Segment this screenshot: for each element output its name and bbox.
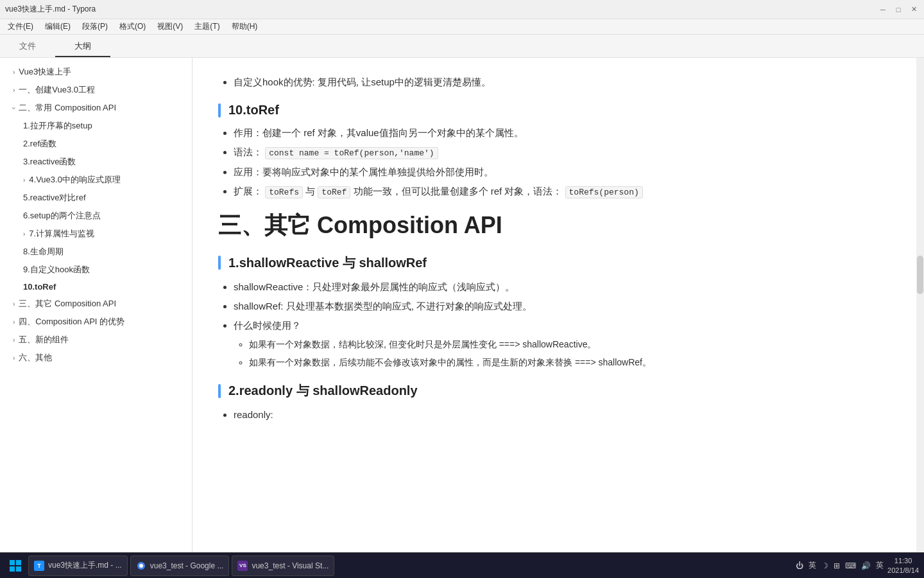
start-button[interactable] — [5, 556, 26, 576]
list-item: shallowRef: 只处理基本数据类型的响应式, 不进行对象的响应式处理。 — [234, 299, 886, 314]
sidebar-item-setup[interactable]: 1.拉开序幕的setup — [0, 117, 192, 135]
list-item: 应用：要将响应式对象中的某个属性单独提供给外部使用时。 — [234, 164, 886, 180]
section32-heading: 2.readonly 与 shallowReadonly — [218, 382, 886, 399]
sidebar-item-lifecycle[interactable]: 8.生命周期 — [0, 243, 192, 261]
taskbar-app-label: vue3_test - Google ... — [150, 561, 224, 570]
menu-help[interactable]: 帮助(H) — [227, 20, 263, 33]
arrow-icon: › — [13, 301, 15, 308]
arrow-icon: › — [13, 69, 15, 76]
sidebar-item-label: 6.setup的两个注意点 — [23, 210, 101, 222]
scrollbar-thumb[interactable] — [917, 256, 923, 294]
svg-point-5 — [139, 564, 143, 568]
minimize-button[interactable]: ─ — [878, 4, 888, 15]
item-label: shallowRef: 只处理基本数据类型的响应式, 不进行对象的响应式处理。 — [234, 301, 532, 311]
item-label: readonly: — [234, 409, 273, 420]
close-button[interactable]: ✕ — [909, 4, 919, 15]
list-item: 自定义hook的优势: 复用代码, 让setup中的逻辑更清楚易懂。 — [234, 74, 886, 90]
system-clock[interactable]: 11:30 2021/8/14 — [887, 556, 919, 575]
sidebar-item-computed[interactable]: › 7.计算属性与监视 — [0, 225, 192, 243]
arrow-icon: › — [23, 177, 25, 184]
sidebar-item-vue3[interactable]: › Vue3快速上手 — [0, 63, 192, 81]
typora-icon: T — [34, 561, 44, 571]
sidebar-item-advantage[interactable]: › 四、Composition API 的优势 — [0, 313, 192, 331]
list-item: 如果有一个对象数据，结构比较深, 但变化时只是外层属性变化 ===> shall… — [249, 337, 886, 351]
arrow-icon: › — [13, 337, 15, 344]
sidebar-item-reactivity[interactable]: › 4.Vue3.0中的响应式原理 — [0, 171, 192, 189]
arrow-icon: › — [13, 319, 15, 326]
sidebar-item-refvsreactive[interactable]: 5.reactive对比ref — [0, 189, 192, 207]
sidebar-item-setup2[interactable]: 6.setup的两个注意点 — [0, 207, 192, 225]
item-label: 扩展： — [234, 186, 262, 197]
scrollbar-track[interactable] — [916, 58, 924, 552]
menu-edit[interactable]: 编辑(E) — [40, 20, 76, 33]
arrow-icon: › — [10, 107, 17, 109]
lang-icon[interactable]: 英 — [809, 560, 816, 571]
sidebar-item-create[interactable]: › 一、创建Vue3.0工程 — [0, 81, 192, 99]
clock-date: 2021/8/14 — [887, 566, 919, 575]
list-item: 什么时候使用？ 如果有一个对象数据，结构比较深, 但变化时只是外层属性变化 ==… — [234, 318, 886, 370]
taskbar-app-label: vue3_test - Visual St... — [252, 561, 329, 570]
item-label: 应用：要将响应式对象中的某个属性单独提供给外部使用时。 — [234, 166, 493, 177]
sidebar-item-label: 9.自定义hook函数 — [23, 264, 90, 276]
section31-title: 1.shallowReactive 与 shallowRef — [228, 254, 427, 272]
section10-list: 作用：创建一个 ref 对象，其value值指向另一个对象中的某个属性。 语法：… — [218, 125, 886, 200]
lang-zh-icon[interactable]: 英 — [876, 560, 884, 571]
svg-rect-1 — [16, 560, 21, 565]
sidebar-item-reactive[interactable]: 3.reactive函数 — [0, 153, 192, 171]
sidebar-item-label: 3.reactive函数 — [23, 156, 76, 168]
menu-theme[interactable]: 主题(T) — [189, 20, 225, 33]
windows-icon — [9, 559, 22, 572]
intro-list: 自定义hook的优势: 复用代码, 让setup中的逻辑更清楚易懂。 — [218, 74, 886, 90]
taskbar-right: ⏻ 英 ☽ ⊞ ⌨ 🔊 英 11:30 2021/8/14 — [796, 556, 919, 575]
sidebar-item-toref[interactable]: 10.toRef — [0, 279, 192, 295]
taskbar-left: T vue3快速上手.md - ... vue3_test - Google .… — [5, 556, 334, 576]
section3-title: 三、其它 Composition API — [218, 212, 502, 238]
sidebar-item-other[interactable]: › 三、其它 Composition API — [0, 295, 192, 313]
item-mid: 与 — [305, 186, 318, 197]
system-tray: ⏻ 英 ☽ ⊞ ⌨ 🔊 英 — [796, 560, 884, 571]
content-area[interactable]: 自定义hook的优势: 复用代码, 让setup中的逻辑更清楚易懂。 10.to… — [193, 58, 924, 552]
tab-file[interactable]: 文件 — [0, 37, 55, 57]
tab-outline[interactable]: 大纲 — [55, 37, 110, 57]
taskbar-app-typora[interactable]: T vue3快速上手.md - ... — [28, 556, 128, 576]
titlebar-title: vue3快速上手.md - Typora — [5, 4, 96, 15]
sidebar-item-label: 7.计算属性与监视 — [29, 228, 94, 240]
sub-list: 如果有一个对象数据，结构比较深, 但变化时只是外层属性变化 ===> shall… — [234, 337, 886, 370]
sidebar-item-label: 5.reactive对比ref — [23, 192, 86, 204]
svg-rect-3 — [16, 566, 21, 572]
sidebar-item-label: 4.Vue3.0中的响应式原理 — [29, 174, 121, 186]
power-icon: ⏻ — [796, 561, 803, 570]
maximize-button[interactable]: □ — [893, 4, 903, 15]
code-torefs-person: toRefs(person) — [565, 186, 643, 198]
sidebar-item-label: 二、常用 Composition API — [19, 102, 116, 114]
network-icon: ⊞ — [834, 561, 840, 570]
sidebar-item-label: 2.ref函数 — [23, 138, 56, 150]
list-item: 扩展： toRefs 与 toRef 功能一致，但可以批量创建多个 ref 对象… — [234, 184, 886, 200]
tabbar: 文件 大纲 — [0, 35, 924, 58]
item-label: 语法： — [234, 146, 262, 157]
sidebar-item-label: 六、其他 — [19, 352, 52, 363]
sidebar-item-composition[interactable]: › 二、常用 Composition API — [0, 99, 192, 117]
list-item: 语法： const name = toRef(person,'name') — [234, 144, 886, 161]
sidebar-item-newcomp[interactable]: › 五、新的组件 — [0, 331, 192, 349]
vscode-icon: VS — [237, 561, 248, 571]
titlebar: vue3快速上手.md - Typora ─ □ ✕ — [0, 0, 924, 19]
sidebar-item-label: 三、其它 Composition API — [19, 298, 116, 310]
taskbar-app-chrome[interactable]: vue3_test - Google ... — [130, 556, 230, 576]
menu-paragraph[interactable]: 段落(P) — [77, 20, 113, 33]
sidebar-item-misc[interactable]: › 六、其他 — [0, 349, 192, 367]
sidebar-item-label: 一、创建Vue3.0工程 — [19, 84, 95, 96]
taskbar: T vue3快速上手.md - ... vue3_test - Google .… — [0, 552, 924, 578]
taskbar-app-vscode[interactable]: VS vue3_test - Visual St... — [232, 556, 334, 576]
sidebar-item-ref[interactable]: 2.ref函数 — [0, 135, 192, 153]
clock-time: 11:30 — [887, 556, 919, 565]
menu-view[interactable]: 视图(V) — [152, 20, 188, 33]
section10-title: 10.toRef — [228, 103, 279, 118]
main-layout: › Vue3快速上手 › 一、创建Vue3.0工程 › 二、常用 Composi… — [0, 58, 924, 552]
code-toref: toRef — [318, 186, 350, 198]
menu-format[interactable]: 格式(O) — [114, 20, 151, 33]
section10-heading: 10.toRef — [218, 103, 886, 118]
sidebar-item-customhook[interactable]: 9.自定义hook函数 — [0, 261, 192, 279]
svg-rect-0 — [10, 560, 15, 565]
menu-file[interactable]: 文件(E) — [3, 20, 38, 33]
